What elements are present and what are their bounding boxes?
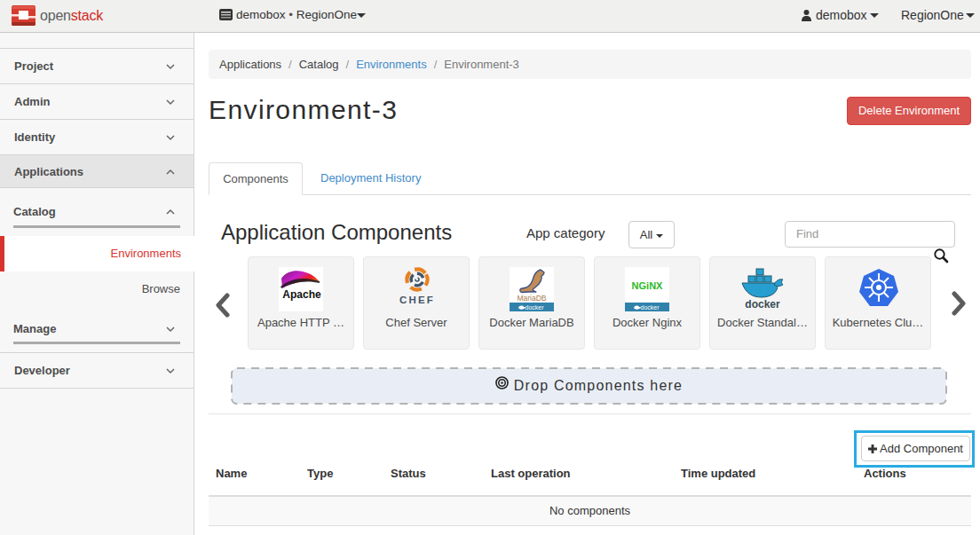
svg-text:MariaDB: MariaDB [517,294,546,303]
svg-text:NGiNX: NGiNX [632,280,664,291]
svg-text:CHEF: CHEF [399,295,435,305]
svg-text:docker: docker [745,298,780,311]
svg-text:docker: docker [525,304,544,311]
svg-text:Apache: Apache [282,288,321,301]
svg-text:docker: docker [640,304,660,311]
